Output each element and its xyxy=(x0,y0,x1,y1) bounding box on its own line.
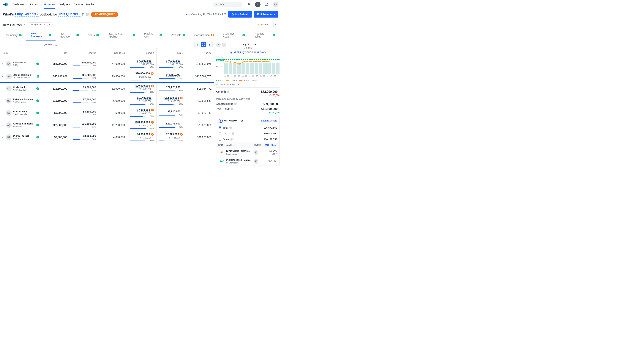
upside-value[interactable]: $22,275,000 xyxy=(166,122,180,125)
scope-chip[interactable]: CRO (Lucy Korda)▾ xyxy=(27,22,52,27)
gap-value: 500,000 xyxy=(101,111,125,114)
breadcrumb-row: New Business • CRO (Lucy Korda)▾ ⚡ Actio… xyxy=(0,20,282,29)
svg-point-12 xyxy=(230,61,231,63)
upside-value[interactable]: $22,275,000 xyxy=(166,86,180,89)
info-icon[interactable] xyxy=(231,107,233,110)
table-row[interactable]: ▸ ES Eric Stevens NA Commercial $9,000,0… xyxy=(0,107,214,119)
upside-value[interactable]: $2,325,000 xyxy=(166,133,179,136)
commit-value[interactable]: $12,400,000 xyxy=(137,96,152,100)
pipeline-value: $188,801,075 xyxy=(188,62,212,65)
row-expander[interactable]: ▸ xyxy=(2,112,4,114)
row-expander[interactable]: ▸ xyxy=(2,100,4,102)
period-selector[interactable]: This Quarter▼ xyxy=(58,12,81,17)
nav-dashboards[interactable]: Dashboards xyxy=(13,3,27,6)
sidebar-action-button[interactable]: ◯ xyxy=(222,43,226,47)
upside-pct: 99% xyxy=(176,114,182,116)
amt-col-sort[interactable]: AMT + CL...▾ xyxy=(263,144,278,146)
opps-radio[interactable] xyxy=(218,132,222,135)
search-input[interactable] xyxy=(220,3,240,6)
opps-filter-closed[interactable]: Closed$40,400,000 xyxy=(216,131,279,136)
actions-menu-caret[interactable]: ▼ xyxy=(273,22,278,27)
tab-churn[interactable]: Churn xyxy=(83,31,104,39)
nav-mobile[interactable]: Mobile xyxy=(86,3,94,6)
opps-radio[interactable] xyxy=(218,126,222,129)
row-expander[interactable]: ▸ xyxy=(2,124,4,126)
opps-radio[interactable] xyxy=(218,138,222,141)
opportunity-row[interactable]: 100 3A Composites - Data...3A Composites… xyxy=(216,157,279,166)
row-avatar: RS xyxy=(6,98,12,104)
plan-value: $85,000,000 xyxy=(44,62,67,65)
tab-products-rollup[interactable]: Products Rollup xyxy=(250,30,280,41)
row-status-icon xyxy=(36,112,39,114)
subject-selector[interactable]: Lucy Korda's▼ xyxy=(15,12,38,17)
row-expander[interactable]: ▸ xyxy=(2,88,4,90)
nav-inspect[interactable]: Inspect▼ xyxy=(30,3,41,6)
row-person-name: Chris Luck xyxy=(13,86,35,89)
opps-filter-total[interactable]: Total$76,577,558 xyxy=(216,125,279,131)
nav-capture[interactable]: Capture xyxy=(74,3,83,6)
table-row[interactable]: ▸ AS Andrea Simmons VP EMEA $22,500,000 … xyxy=(0,119,214,131)
user-avatar[interactable]: LK xyxy=(273,2,278,7)
tab-pipeline-gen[interactable]: Pipeline Gen xyxy=(140,30,166,41)
commit-value[interactable]: $23,000,000 xyxy=(136,121,150,124)
opps-filter-open[interactable]: Open$36,177,558 xyxy=(216,136,279,142)
tab-customer-health[interactable]: Customer Health xyxy=(218,30,249,41)
info-icon[interactable] xyxy=(234,103,237,105)
edit-forecasts-button[interactable]: Edit Forecasts xyxy=(254,11,278,18)
opportunity-row[interactable]: 55 4CAD Group - Netwo...4CAD Group AS US… xyxy=(216,148,279,157)
row-person-title: CRO xyxy=(13,64,35,67)
tab-consumption[interactable]: Consumption xyxy=(190,31,218,39)
help-icon[interactable]: ? xyxy=(255,2,260,7)
close-sidebar-button[interactable]: ✕ xyxy=(216,43,221,47)
row-expander[interactable]: ▾ xyxy=(2,75,5,78)
table-row[interactable]: ▸ RS Rebecca Sanders NA Enterprise $13,5… xyxy=(0,95,214,107)
next-period-button[interactable]: ▶ xyxy=(207,42,212,47)
tab-net-retention[interactable]: Net Retention xyxy=(56,30,83,41)
actions-button[interactable]: ⚡ Actions xyxy=(255,22,271,27)
commit-value[interactable]: $30,000,000 xyxy=(135,72,150,75)
table-row[interactable]: ▸ CL Chris Luck NA Midmarket $22,500,000… xyxy=(0,83,214,95)
commit-value[interactable]: $72,000,000 xyxy=(137,59,152,63)
booked-value: $11,300,000 xyxy=(72,122,96,125)
updated-timestamp: ☁ Updated Aug 22, 2023, 7:31 AM PDT xyxy=(185,13,226,16)
upside-value[interactable]: $8,910,000 xyxy=(167,110,180,113)
table-row[interactable]: ▸ DT Diana Taurasi VP APAC $7,500,000 $3… xyxy=(0,131,214,143)
svg-line-3 xyxy=(217,5,218,5)
info-icon[interactable]: i xyxy=(86,13,89,16)
repl-icon[interactable] xyxy=(264,2,270,7)
tab-summary[interactable]: Summary xyxy=(2,31,26,39)
prev-period-button[interactable]: ◀ xyxy=(194,42,200,47)
tab-next-quarter-pipeline[interactable]: Next Quarter Pipeline xyxy=(104,30,140,41)
commit-line xyxy=(224,56,280,74)
quick-submit-button[interactable]: Quick Submit xyxy=(228,11,252,18)
status-dot-icon xyxy=(211,34,214,36)
table-row[interactable]: ▾ LK Lucy Korda CRO $85,000,000 $40,400,… xyxy=(0,58,214,70)
info-icon[interactable] xyxy=(230,138,233,140)
arrow-up-icon: ↑ xyxy=(152,124,154,127)
table-row[interactable]: ▾ JW Jason Williams VP North America $45… xyxy=(0,70,214,83)
nav-analyze[interactable]: Analyze▼ xyxy=(58,3,70,6)
commit-value[interactable]: $20,000,000 xyxy=(136,84,150,88)
upside-value[interactable]: $12,000,000 xyxy=(164,96,179,100)
info-icon[interactable] xyxy=(230,126,232,129)
row-expander[interactable]: ▾ xyxy=(2,63,4,65)
expand-details-link[interactable]: Expand Details xyxy=(261,119,277,122)
upside-value[interactable]: $74,250,000 xyxy=(166,59,180,63)
opps-filter-value: $76,577,558 xyxy=(264,126,277,129)
nav-forecast[interactable]: Forecast xyxy=(44,3,55,9)
grid-view-button[interactable] xyxy=(201,42,206,47)
commit-value[interactable]: $7,000,000 xyxy=(137,108,150,112)
upside-value[interactable]: $44,550,000 xyxy=(166,73,180,77)
search-box[interactable] xyxy=(213,2,242,7)
info-icon[interactable] xyxy=(227,91,230,93)
row-expander[interactable]: ▸ xyxy=(2,136,4,138)
commit-sub-value: $59,900,000 xyxy=(141,63,154,66)
info-icon[interactable] xyxy=(232,132,234,135)
trend-chart[interactable]: $102.0M $51.0M $85.0M Jul 09162330Aug 06… xyxy=(216,56,280,77)
gap-value: 6,000,000 xyxy=(101,99,125,102)
app-logo[interactable] xyxy=(3,3,9,7)
tab-products[interactable]: Products xyxy=(166,31,190,39)
commit-value[interactable]: $6,900,000 xyxy=(137,133,150,136)
tab-new-business[interactable]: New Business xyxy=(26,29,56,41)
bell-icon[interactable] xyxy=(246,2,252,7)
